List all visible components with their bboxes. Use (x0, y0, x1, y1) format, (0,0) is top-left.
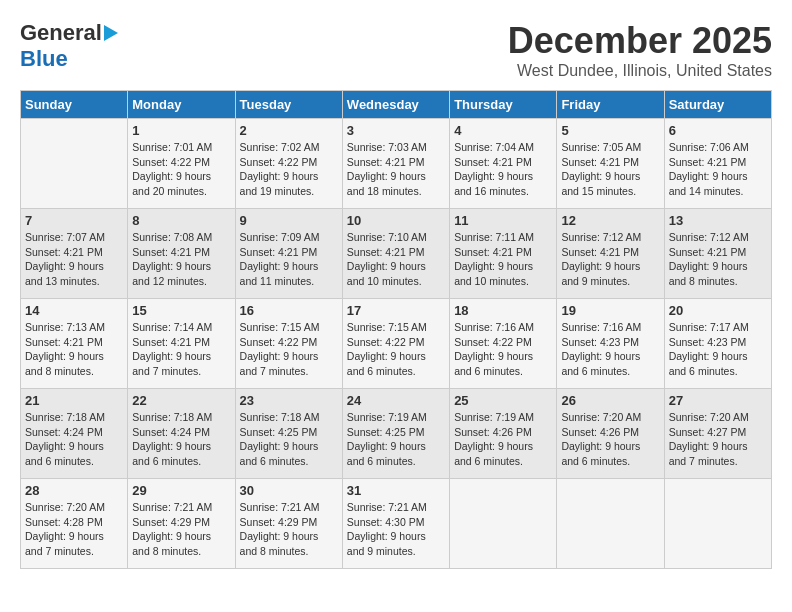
calendar-cell: 12Sunrise: 7:12 AMSunset: 4:21 PMDayligh… (557, 209, 664, 299)
location-title: West Dundee, Illinois, United States (508, 62, 772, 80)
day-info: Sunrise: 7:12 AMSunset: 4:21 PMDaylight:… (561, 230, 659, 289)
calendar-cell (664, 479, 771, 569)
day-number: 4 (454, 123, 552, 138)
calendar-cell: 25Sunrise: 7:19 AMSunset: 4:26 PMDayligh… (450, 389, 557, 479)
day-number: 31 (347, 483, 445, 498)
day-number: 5 (561, 123, 659, 138)
calendar-cell: 2Sunrise: 7:02 AMSunset: 4:22 PMDaylight… (235, 119, 342, 209)
weekday-header-sunday: Sunday (21, 91, 128, 119)
weekday-header-thursday: Thursday (450, 91, 557, 119)
weekday-header-friday: Friday (557, 91, 664, 119)
day-info: Sunrise: 7:14 AMSunset: 4:21 PMDaylight:… (132, 320, 230, 379)
day-number: 11 (454, 213, 552, 228)
day-number: 16 (240, 303, 338, 318)
month-title: December 2025 (508, 20, 772, 62)
logo-blue: Blue (20, 46, 68, 72)
day-info: Sunrise: 7:15 AMSunset: 4:22 PMDaylight:… (347, 320, 445, 379)
day-info: Sunrise: 7:10 AMSunset: 4:21 PMDaylight:… (347, 230, 445, 289)
calendar-cell: 11Sunrise: 7:11 AMSunset: 4:21 PMDayligh… (450, 209, 557, 299)
weekday-header-wednesday: Wednesday (342, 91, 449, 119)
calendar-cell: 24Sunrise: 7:19 AMSunset: 4:25 PMDayligh… (342, 389, 449, 479)
calendar-cell: 15Sunrise: 7:14 AMSunset: 4:21 PMDayligh… (128, 299, 235, 389)
day-number: 3 (347, 123, 445, 138)
day-info: Sunrise: 7:12 AMSunset: 4:21 PMDaylight:… (669, 230, 767, 289)
calendar-week-row: 7Sunrise: 7:07 AMSunset: 4:21 PMDaylight… (21, 209, 772, 299)
day-info: Sunrise: 7:01 AMSunset: 4:22 PMDaylight:… (132, 140, 230, 199)
calendar-cell: 30Sunrise: 7:21 AMSunset: 4:29 PMDayligh… (235, 479, 342, 569)
day-info: Sunrise: 7:16 AMSunset: 4:22 PMDaylight:… (454, 320, 552, 379)
day-number: 30 (240, 483, 338, 498)
calendar-cell: 3Sunrise: 7:03 AMSunset: 4:21 PMDaylight… (342, 119, 449, 209)
calendar-cell: 28Sunrise: 7:20 AMSunset: 4:28 PMDayligh… (21, 479, 128, 569)
day-info: Sunrise: 7:18 AMSunset: 4:24 PMDaylight:… (132, 410, 230, 469)
calendar-cell: 16Sunrise: 7:15 AMSunset: 4:22 PMDayligh… (235, 299, 342, 389)
day-info: Sunrise: 7:20 AMSunset: 4:28 PMDaylight:… (25, 500, 123, 559)
day-info: Sunrise: 7:21 AMSunset: 4:29 PMDaylight:… (240, 500, 338, 559)
day-info: Sunrise: 7:06 AMSunset: 4:21 PMDaylight:… (669, 140, 767, 199)
day-info: Sunrise: 7:13 AMSunset: 4:21 PMDaylight:… (25, 320, 123, 379)
title-block: December 2025 West Dundee, Illinois, Uni… (508, 20, 772, 80)
day-number: 27 (669, 393, 767, 408)
calendar-cell: 29Sunrise: 7:21 AMSunset: 4:29 PMDayligh… (128, 479, 235, 569)
calendar-cell: 31Sunrise: 7:21 AMSunset: 4:30 PMDayligh… (342, 479, 449, 569)
calendar-cell: 4Sunrise: 7:04 AMSunset: 4:21 PMDaylight… (450, 119, 557, 209)
day-number: 28 (25, 483, 123, 498)
calendar-cell: 14Sunrise: 7:13 AMSunset: 4:21 PMDayligh… (21, 299, 128, 389)
calendar-cell: 6Sunrise: 7:06 AMSunset: 4:21 PMDaylight… (664, 119, 771, 209)
day-number: 22 (132, 393, 230, 408)
day-info: Sunrise: 7:21 AMSunset: 4:30 PMDaylight:… (347, 500, 445, 559)
weekday-header-tuesday: Tuesday (235, 91, 342, 119)
calendar-cell: 26Sunrise: 7:20 AMSunset: 4:26 PMDayligh… (557, 389, 664, 479)
calendar-cell: 17Sunrise: 7:15 AMSunset: 4:22 PMDayligh… (342, 299, 449, 389)
calendar-cell (557, 479, 664, 569)
day-info: Sunrise: 7:19 AMSunset: 4:26 PMDaylight:… (454, 410, 552, 469)
day-info: Sunrise: 7:11 AMSunset: 4:21 PMDaylight:… (454, 230, 552, 289)
logo: General Blue (20, 20, 118, 72)
weekday-header-row: SundayMondayTuesdayWednesdayThursdayFrid… (21, 91, 772, 119)
calendar-week-row: 14Sunrise: 7:13 AMSunset: 4:21 PMDayligh… (21, 299, 772, 389)
day-number: 12 (561, 213, 659, 228)
day-number: 24 (347, 393, 445, 408)
calendar-week-row: 1Sunrise: 7:01 AMSunset: 4:22 PMDaylight… (21, 119, 772, 209)
day-info: Sunrise: 7:20 AMSunset: 4:26 PMDaylight:… (561, 410, 659, 469)
day-info: Sunrise: 7:05 AMSunset: 4:21 PMDaylight:… (561, 140, 659, 199)
weekday-header-monday: Monday (128, 91, 235, 119)
calendar-cell: 20Sunrise: 7:17 AMSunset: 4:23 PMDayligh… (664, 299, 771, 389)
day-number: 2 (240, 123, 338, 138)
calendar-week-row: 21Sunrise: 7:18 AMSunset: 4:24 PMDayligh… (21, 389, 772, 479)
day-info: Sunrise: 7:21 AMSunset: 4:29 PMDaylight:… (132, 500, 230, 559)
day-info: Sunrise: 7:03 AMSunset: 4:21 PMDaylight:… (347, 140, 445, 199)
calendar-cell: 22Sunrise: 7:18 AMSunset: 4:24 PMDayligh… (128, 389, 235, 479)
calendar-cell: 10Sunrise: 7:10 AMSunset: 4:21 PMDayligh… (342, 209, 449, 299)
day-info: Sunrise: 7:20 AMSunset: 4:27 PMDaylight:… (669, 410, 767, 469)
day-info: Sunrise: 7:18 AMSunset: 4:25 PMDaylight:… (240, 410, 338, 469)
day-number: 29 (132, 483, 230, 498)
day-info: Sunrise: 7:02 AMSunset: 4:22 PMDaylight:… (240, 140, 338, 199)
day-number: 15 (132, 303, 230, 318)
day-number: 23 (240, 393, 338, 408)
calendar-cell: 27Sunrise: 7:20 AMSunset: 4:27 PMDayligh… (664, 389, 771, 479)
day-number: 25 (454, 393, 552, 408)
day-info: Sunrise: 7:17 AMSunset: 4:23 PMDaylight:… (669, 320, 767, 379)
calendar-cell: 8Sunrise: 7:08 AMSunset: 4:21 PMDaylight… (128, 209, 235, 299)
day-number: 10 (347, 213, 445, 228)
day-number: 14 (25, 303, 123, 318)
calendar-cell: 19Sunrise: 7:16 AMSunset: 4:23 PMDayligh… (557, 299, 664, 389)
day-number: 19 (561, 303, 659, 318)
weekday-header-saturday: Saturday (664, 91, 771, 119)
day-info: Sunrise: 7:04 AMSunset: 4:21 PMDaylight:… (454, 140, 552, 199)
day-number: 6 (669, 123, 767, 138)
day-number: 18 (454, 303, 552, 318)
day-number: 17 (347, 303, 445, 318)
calendar-cell: 9Sunrise: 7:09 AMSunset: 4:21 PMDaylight… (235, 209, 342, 299)
calendar-cell: 7Sunrise: 7:07 AMSunset: 4:21 PMDaylight… (21, 209, 128, 299)
day-number: 8 (132, 213, 230, 228)
day-info: Sunrise: 7:16 AMSunset: 4:23 PMDaylight:… (561, 320, 659, 379)
page-header: General Blue December 2025 West Dundee, … (20, 20, 772, 80)
day-info: Sunrise: 7:19 AMSunset: 4:25 PMDaylight:… (347, 410, 445, 469)
day-number: 1 (132, 123, 230, 138)
logo-arrow-icon (104, 25, 118, 41)
calendar-cell: 18Sunrise: 7:16 AMSunset: 4:22 PMDayligh… (450, 299, 557, 389)
day-number: 9 (240, 213, 338, 228)
day-number: 21 (25, 393, 123, 408)
